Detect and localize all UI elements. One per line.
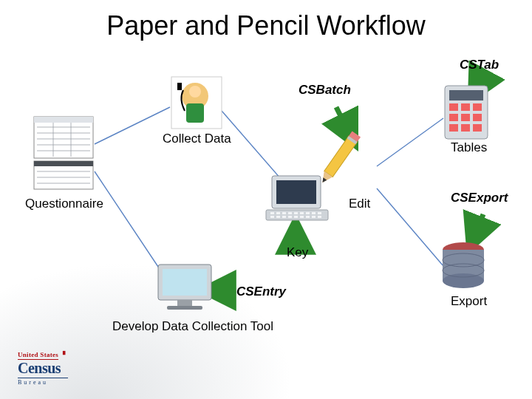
label-key: Key [287, 245, 308, 260]
svg-rect-50 [445, 86, 488, 139]
svg-rect-58 [449, 124, 458, 132]
svg-rect-42 [306, 216, 310, 218]
svg-rect-24 [272, 176, 321, 208]
database-icon [443, 242, 484, 288]
svg-rect-27 [270, 212, 274, 214]
label-csbatch: CSBatch [299, 83, 351, 98]
svg-rect-14 [34, 161, 93, 189]
svg-rect-34 [312, 212, 316, 214]
svg-point-20 [182, 83, 208, 109]
questionnaire-icon [34, 117, 93, 189]
label-questionnaire: Questionnaire [25, 197, 103, 211]
svg-rect-19 [171, 77, 222, 129]
pencil-icon [318, 131, 361, 185]
svg-rect-51 [449, 90, 483, 100]
svg-rect-26 [266, 210, 328, 220]
svg-rect-37 [276, 216, 280, 218]
svg-rect-53 [461, 103, 470, 111]
svg-rect-66 [158, 265, 211, 300]
svg-rect-6 [34, 117, 93, 123]
svg-rect-68 [177, 300, 192, 306]
svg-rect-32 [300, 212, 304, 214]
laptop-icon [266, 176, 328, 220]
census-logo: United States ▘ Census Bureau [18, 347, 68, 386]
label-csentry: CSEntry [236, 284, 286, 299]
svg-rect-23 [177, 83, 182, 90]
svg-point-65 [443, 264, 484, 277]
svg-rect-57 [473, 114, 482, 121]
svg-rect-54 [473, 103, 482, 111]
svg-rect-62 [443, 250, 484, 281]
logo-bureau: Bureau [18, 378, 68, 386]
svg-rect-30 [288, 212, 292, 214]
svg-rect-38 [282, 216, 286, 218]
svg-rect-47 [347, 136, 358, 144]
svg-rect-56 [461, 114, 470, 121]
svg-point-61 [443, 242, 484, 257]
svg-rect-28 [276, 212, 280, 214]
svg-marker-49 [321, 177, 327, 183]
label-tables: Tables [451, 140, 487, 155]
monitor-icon [158, 265, 211, 310]
svg-rect-52 [449, 103, 458, 111]
svg-rect-44 [318, 216, 321, 218]
label-export: Export [451, 294, 487, 309]
label-cstab: CSTab [460, 58, 499, 72]
svg-rect-55 [449, 114, 458, 121]
svg-point-21 [189, 86, 201, 98]
label-develop-tool: Develop Data Collection Tool [112, 319, 273, 334]
svg-marker-48 [318, 171, 332, 185]
svg-rect-67 [163, 269, 207, 296]
logo-us: United States [18, 351, 58, 360]
svg-line-4 [470, 214, 483, 248]
svg-point-63 [443, 273, 484, 288]
svg-rect-39 [288, 216, 292, 218]
label-csexport: CSExport [451, 191, 508, 205]
svg-rect-33 [306, 212, 310, 214]
svg-rect-5 [34, 117, 93, 158]
svg-rect-29 [282, 212, 286, 214]
svg-rect-40 [294, 216, 298, 218]
svg-rect-36 [270, 216, 274, 218]
svg-rect-59 [461, 124, 470, 132]
person-icon [171, 77, 222, 129]
calculator-icon [445, 86, 488, 139]
svg-line-3 [471, 80, 482, 99]
svg-rect-31 [294, 212, 298, 214]
svg-rect-69 [167, 306, 202, 310]
svg-rect-25 [276, 180, 316, 204]
svg-point-64 [443, 253, 484, 267]
logo-brand: Census [18, 360, 68, 377]
svg-rect-43 [312, 216, 316, 218]
svg-rect-35 [318, 212, 321, 214]
svg-rect-46 [349, 131, 361, 142]
label-collect-data: Collect Data [163, 132, 231, 146]
svg-line-2 [336, 107, 355, 144]
page-title: Paper and Pencil Workflow [0, 10, 532, 41]
svg-rect-15 [34, 161, 93, 166]
svg-rect-45 [324, 136, 358, 177]
label-edit: Edit [349, 197, 370, 211]
svg-rect-41 [300, 216, 304, 218]
svg-rect-60 [473, 124, 482, 132]
flag-icon: ▘ [63, 351, 68, 358]
svg-rect-22 [186, 103, 204, 123]
